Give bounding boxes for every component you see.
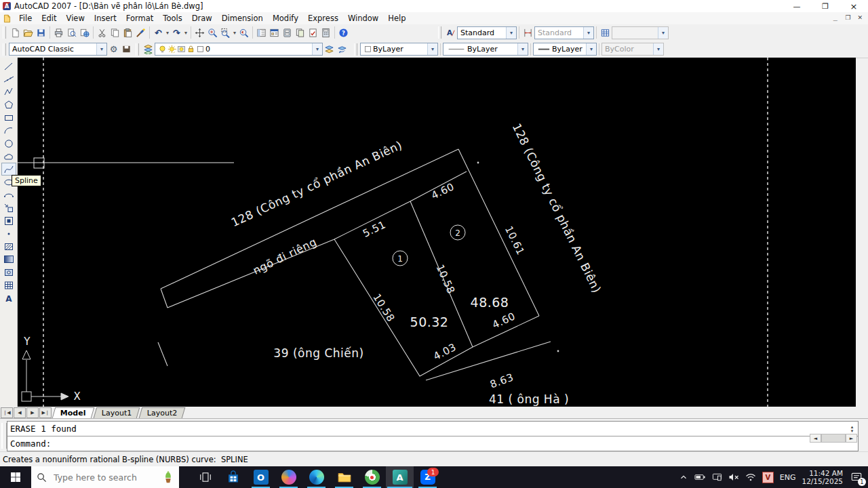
layer-lock-icon[interactable] — [186, 45, 195, 54]
tray-chevron-up-icon[interactable] — [679, 472, 688, 482]
chevron-down-icon[interactable]: ▾ — [312, 43, 322, 55]
language-indicator[interactable]: ENG — [780, 473, 796, 482]
tab-layout2[interactable]: Layout2 — [139, 407, 186, 418]
command-prompt-line[interactable]: Command: — [7, 436, 858, 451]
toolbar-grip[interactable] — [438, 26, 441, 39]
chevron-down-icon[interactable]: ▾ — [517, 43, 528, 55]
tab-model[interactable]: Model — [52, 407, 94, 418]
layer-properties-button[interactable] — [142, 43, 155, 56]
quickcalc-button[interactable] — [319, 26, 332, 39]
menu-modify[interactable]: Modify — [268, 14, 303, 23]
line-tool[interactable] — [1, 60, 16, 73]
gradient-tool[interactable] — [1, 253, 16, 266]
layer-color-swatch[interactable] — [196, 45, 205, 54]
plot-preview-button[interactable] — [65, 26, 78, 39]
volume-muted-icon[interactable] — [728, 472, 739, 482]
menu-window[interactable]: Window — [343, 14, 383, 23]
pan-realtime-button[interactable] — [193, 26, 206, 39]
drawing-viewport[interactable]: 128 (Công ty cổ phần An Biên) 128 (Công … — [18, 58, 856, 407]
layer-vp-freeze-icon[interactable] — [177, 45, 186, 54]
zoom-previous-button[interactable] — [237, 26, 250, 39]
menu-dimension[interactable]: Dimension — [217, 14, 268, 23]
chevron-down-icon[interactable]: ▾ — [658, 27, 668, 39]
scroll-left-arrow[interactable]: ◄ — [810, 434, 821, 443]
menu-file[interactable]: File — [14, 14, 37, 23]
taskbar-coccoc[interactable] — [358, 466, 386, 488]
doc-close-button[interactable]: ✕ — [857, 14, 863, 23]
wifi-icon[interactable] — [745, 472, 756, 482]
zoom-dropdown-arrow[interactable]: ▾ — [232, 30, 237, 36]
first-tab-button[interactable]: ❘◀ — [1, 407, 13, 418]
sheetset-manager-button[interactable] — [294, 26, 307, 39]
region-tool[interactable] — [1, 266, 16, 279]
ellipse-arc-tool[interactable] — [1, 188, 16, 201]
make-layer-current-button[interactable] — [323, 43, 336, 56]
linetype-combo[interactable]: ByLayer▾ — [443, 43, 528, 56]
last-tab-button[interactable]: ▶❘ — [39, 407, 52, 418]
clock[interactable]: 11:42 AM 12/15/2025 — [802, 469, 843, 485]
table-style-combo[interactable]: ▾ — [612, 26, 669, 39]
markup-set-manager-button[interactable] — [307, 26, 319, 39]
start-button[interactable] — [0, 466, 31, 488]
plot-button[interactable] — [52, 26, 65, 39]
circle-tool[interactable] — [1, 137, 16, 150]
menu-tools[interactable]: Tools — [158, 14, 186, 23]
open-button[interactable] — [22, 26, 35, 39]
doc-minimize-button[interactable]: ＿ — [832, 14, 838, 23]
chevron-down-icon[interactable]: ▾ — [506, 27, 516, 39]
taskbar-outlook[interactable]: O — [247, 466, 275, 488]
redo-dropdown-arrow[interactable]: ▾ — [183, 30, 189, 36]
hatch-tool[interactable] — [1, 240, 16, 253]
redo-button[interactable]: ↷ — [170, 26, 183, 39]
taskbar-zalo[interactable]: Z 1 — [414, 466, 441, 488]
task-view-button[interactable] — [191, 466, 219, 488]
zoom-realtime-button[interactable] — [206, 26, 219, 39]
prev-tab-button[interactable]: ◀ — [14, 407, 26, 418]
scroll-thumb[interactable] — [821, 434, 846, 443]
cut-button[interactable] — [96, 26, 108, 39]
command-hscrollbar[interactable]: ◄ ► — [810, 434, 857, 443]
menu-help[interactable]: Help — [383, 14, 410, 23]
chevron-down-icon[interactable]: ▾ — [653, 43, 663, 55]
battery-icon[interactable] — [694, 472, 706, 482]
insert-block-tool[interactable] — [1, 201, 16, 214]
search-input[interactable] — [52, 472, 179, 483]
point-tool[interactable] — [1, 227, 16, 240]
text-style-icon[interactable]: A — [444, 26, 457, 39]
copy-button[interactable] — [108, 26, 121, 39]
chevron-down-icon[interactable]: ▾ — [96, 43, 106, 55]
workspace-combo[interactable]: AutoCAD Classic▾ — [9, 43, 107, 56]
menu-view[interactable]: View — [62, 14, 90, 23]
minimize-button[interactable]: — — [783, 0, 811, 12]
spline-tool[interactable] — [1, 163, 16, 176]
taskbar-store[interactable] — [219, 466, 247, 488]
taskbar-edge[interactable] — [302, 466, 330, 488]
menu-edit[interactable]: Edit — [37, 14, 61, 23]
taskbar-copilot[interactable] — [275, 466, 302, 488]
scroll-right-arrow[interactable]: ► — [846, 434, 857, 443]
table-style-icon[interactable] — [599, 26, 612, 39]
search-highlight-cupcake-icon[interactable] — [161, 470, 175, 484]
close-button[interactable]: × — [840, 0, 868, 12]
zoom-window-button[interactable] — [219, 26, 232, 39]
text-style-combo[interactable]: Standard▾ — [457, 26, 517, 39]
make-block-tool[interactable] — [1, 214, 16, 227]
doc-restore-button[interactable]: ❐ — [845, 14, 850, 23]
polygon-tool[interactable] — [1, 98, 16, 111]
help-button[interactable]: ? — [337, 26, 350, 39]
undo-dropdown-arrow[interactable]: ▾ — [165, 30, 170, 36]
layer-on-bulb-icon[interactable] — [158, 45, 167, 54]
menu-express[interactable]: Express — [303, 14, 343, 23]
toolbar-grip[interactable] — [136, 43, 139, 56]
chevron-down-icon[interactable]: ▾ — [427, 43, 437, 55]
lineweight-combo[interactable]: ByLayer▾ — [533, 43, 597, 56]
unikey-v-icon[interactable]: V — [762, 472, 774, 483]
next-tab-button[interactable]: ▶ — [26, 407, 39, 418]
color-combo[interactable]: ByLayer▾ — [360, 43, 438, 56]
layer-combo[interactable]: 0 ▾ — [155, 43, 323, 56]
dim-style-icon[interactable] — [521, 26, 534, 39]
toolbar-grip[interactable] — [3, 26, 6, 39]
designcenter-button[interactable] — [268, 26, 281, 39]
tool-palettes-button[interactable] — [281, 26, 294, 39]
taskbar-search[interactable] — [31, 466, 179, 488]
